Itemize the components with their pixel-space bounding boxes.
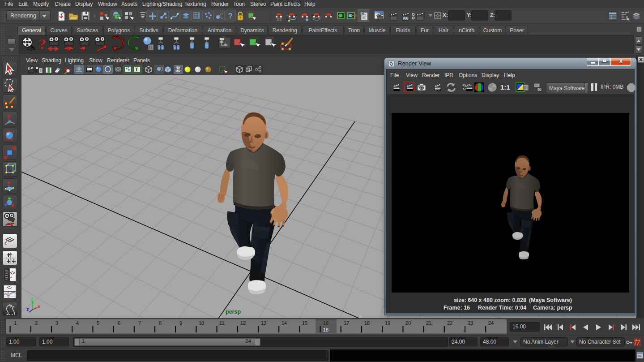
svg-text:4: 4 <box>76 320 79 326</box>
svg-text:16: 16 <box>323 327 328 332</box>
svg-text:12: 12 <box>240 320 246 326</box>
svg-text:21: 21 <box>426 320 431 326</box>
svg-text:18: 18 <box>364 320 370 326</box>
svg-text:"": "" <box>535 84 538 87</box>
svg-text:T: T <box>135 67 138 72</box>
svg-text:10: 10 <box>199 320 204 326</box>
svg-text:6: 6 <box>118 320 120 326</box>
svg-text:16: 16 <box>323 320 328 326</box>
svg-text:persp: persp <box>226 309 241 315</box>
svg-text:13: 13 <box>261 320 266 326</box>
svg-text:17: 17 <box>344 320 349 326</box>
svg-text:20: 20 <box>405 320 411 326</box>
svg-text:2: 2 <box>35 320 38 326</box>
svg-text:5: 5 <box>97 320 99 326</box>
svg-text:?: ? <box>38 36 46 52</box>
svg-text:14: 14 <box>281 320 287 326</box>
svg-text:7: 7 <box>138 320 141 326</box>
svg-text:y: y <box>30 296 34 302</box>
svg-text:z: z <box>26 306 29 312</box>
svg-text:x: x <box>38 304 41 309</box>
svg-text:?: ? <box>228 12 233 20</box>
svg-text:23: 23 <box>468 320 473 326</box>
svg-text:22: 22 <box>447 320 452 326</box>
svg-text:3: 3 <box>55 320 58 326</box>
svg-text:1: 1 <box>14 320 17 326</box>
svg-text:24: 24 <box>488 320 494 326</box>
svg-text:8: 8 <box>159 320 162 326</box>
svg-text:IPR: IPR <box>435 88 440 91</box>
svg-text:15: 15 <box>302 320 307 326</box>
svg-text:9: 9 <box>179 320 182 326</box>
svg-text:IPR: IPR <box>403 17 408 20</box>
svg-text:11: 11 <box>219 320 224 326</box>
svg-text:19: 19 <box>385 320 390 326</box>
